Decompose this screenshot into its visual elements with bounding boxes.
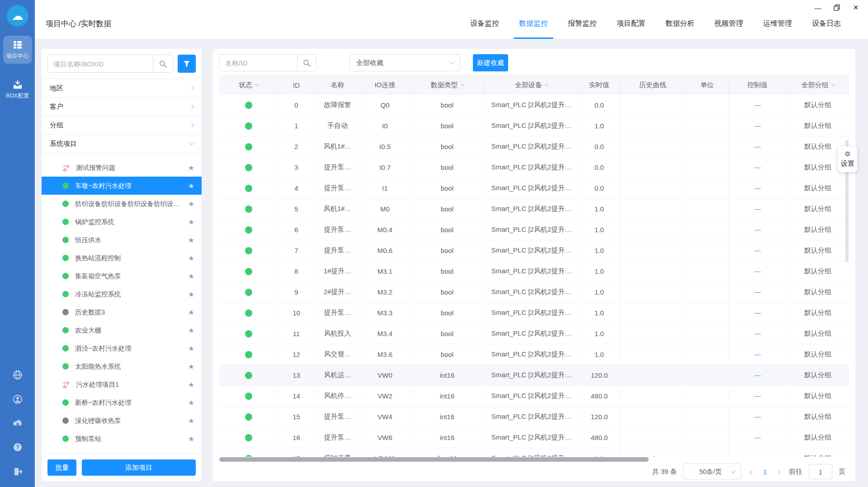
table-row[interactable]: 14风机停…VW2int16Smart_PLC [2风机2提升…480.0---… — [219, 386, 849, 407]
nav-tab-3[interactable]: 项目配置 — [617, 8, 646, 39]
column-header-5[interactable]: 全部设备 — [485, 75, 579, 95]
project-item[interactable]: 污水处理项目1★ — [42, 375, 202, 393]
control-value-cell[interactable]: --- — [729, 386, 787, 406]
project-item[interactable]: 锅炉监控系统★ — [42, 213, 202, 231]
favorite-star-icon[interactable]: ★ — [188, 398, 194, 407]
filter-section-3[interactable]: 系统项目 — [42, 135, 202, 153]
tag-search-button[interactable] — [297, 55, 316, 71]
table-row[interactable]: 92#提升…M3.2boolSmart_PLC [2风机2提升…1.0---默认… — [219, 282, 849, 303]
nav-tab-1[interactable]: 数据监控 — [519, 8, 548, 39]
control-value-cell[interactable]: --- — [729, 365, 787, 385]
project-item[interactable]: 历史数据3★ — [42, 303, 202, 321]
control-value-cell[interactable]: --- — [729, 157, 787, 178]
favorites-select[interactable]: 全部收藏 — [349, 54, 460, 71]
table-row[interactable]: 7提升泵…M0.6boolSmart_PLC [2风机2提升…1.0---默认分… — [219, 240, 849, 261]
project-search-input[interactable] — [48, 55, 153, 72]
nav-tab-6[interactable]: 运维管理 — [763, 8, 792, 39]
control-value-cell[interactable]: --- — [729, 303, 787, 323]
favorite-star-icon[interactable]: ★ — [188, 254, 194, 262]
project-item[interactable]: 溴化锂吸收热泵★ — [42, 412, 202, 430]
table-row[interactable]: 4提升泵…I1boolSmart_PLC [2风机2提升…0.0---默认分组 — [219, 178, 849, 199]
project-item[interactable]: 纺织设备纺织设备纺织设备纺织设备纺织设备★ — [42, 195, 202, 213]
project-item[interactable]: 新桥~农村污水处理★ — [42, 393, 202, 412]
help-icon[interactable]: ? — [12, 442, 23, 454]
nav-tab-2[interactable]: 报警监控 — [568, 8, 597, 39]
column-header-4[interactable]: 数据类型 — [410, 75, 485, 95]
favorite-star-icon[interactable]: ★ — [188, 272, 194, 281]
project-item[interactable]: 测试报警问题★ — [42, 159, 202, 177]
project-item[interactable]: 冷冻站监控系统★ — [42, 285, 202, 303]
table-row[interactable]: 5风机1#…M0boolSmart_PLC [2风机2提升…1.0---默认分组 — [219, 199, 849, 220]
logout-icon[interactable] — [12, 466, 23, 479]
table-row[interactable]: 16提升泵…VW6int16Smart_PLC [2风机2提升…480.0---… — [219, 427, 849, 448]
column-header-0[interactable]: 状态 — [219, 75, 278, 95]
page-size-select[interactable]: 50条/页 — [683, 464, 741, 480]
user-icon[interactable] — [12, 394, 23, 407]
column-header-10[interactable]: 全部分组 — [787, 75, 849, 95]
project-item[interactable]: 恒压供水★ — [42, 231, 202, 249]
table-row[interactable]: 12风交替…M3.6boolSmart_PLC [2风机2提升…1.0---默认… — [219, 344, 849, 365]
new-favorite-button[interactable]: 新建收藏 — [473, 54, 508, 71]
favorite-star-icon[interactable]: ★ — [188, 344, 194, 353]
favorite-star-icon[interactable]: ★ — [188, 362, 194, 371]
control-value-cell[interactable]: --- — [729, 136, 787, 157]
nav-tab-7[interactable]: 设备日志 — [812, 8, 841, 39]
project-item[interactable]: 车墩~农村污水处理★ — [42, 177, 202, 195]
project-item[interactable]: 集装箱空气热泵★ — [42, 267, 202, 285]
favorite-star-icon[interactable]: ★ — [188, 164, 194, 172]
control-value-cell[interactable]: --- — [729, 323, 787, 344]
project-item[interactable]: 泗泾~农村污水处理★ — [42, 339, 202, 357]
batch-button[interactable]: 批量 — [47, 459, 76, 476]
next-page-button[interactable]: › — [776, 467, 783, 477]
control-value-cell[interactable]: --- — [729, 116, 787, 136]
table-row[interactable]: 1手自动I0boolSmart_PLC [2风机2提升…1.0---默认分组 — [219, 116, 849, 136]
table-row[interactable]: 15提升泵…VW4int16Smart_PLC [2风机2提升…120.0---… — [219, 407, 849, 427]
favorite-star-icon[interactable]: ★ — [188, 290, 194, 299]
scrollbar-thumb[interactable] — [219, 457, 649, 462]
project-item[interactable]: 太阳能热水系统★ — [42, 357, 202, 375]
project-item[interactable]: 换热站流程控制★ — [42, 249, 202, 267]
control-value-cell[interactable]: --- — [729, 282, 787, 302]
control-value-cell[interactable]: --- — [729, 95, 787, 115]
control-value-cell[interactable]: --- — [729, 344, 787, 365]
table-row[interactable]: 6提升泵…M0.4boolSmart_PLC [2风机2提升…1.0---默认分… — [219, 220, 849, 240]
control-value-cell[interactable]: --- — [729, 178, 787, 198]
prev-page-button[interactable]: ‹ — [747, 467, 754, 477]
favorite-star-icon[interactable]: ★ — [188, 182, 194, 190]
project-item[interactable]: 预制泵站★ — [42, 430, 202, 448]
nav-tab-0[interactable]: 设备监控 — [470, 8, 499, 39]
control-value-cell[interactable]: --- — [729, 240, 787, 261]
favorite-star-icon[interactable]: ★ — [188, 218, 194, 226]
add-project-button[interactable]: 添加项目 — [82, 459, 196, 476]
filter-section-0[interactable]: 地区 — [42, 79, 202, 98]
favorite-star-icon[interactable]: ★ — [188, 200, 194, 208]
project-filter-button[interactable] — [178, 55, 196, 73]
favorite-star-icon[interactable]: ★ — [188, 380, 194, 389]
current-page[interactable]: 1 — [760, 468, 769, 476]
control-value-cell[interactable]: --- — [729, 427, 787, 448]
nav-tab-4[interactable]: 数据分析 — [665, 8, 694, 39]
table-row[interactable]: 0故障报警Q0boolSmart_PLC [2风机2提升…0.0---默认分组 — [219, 95, 849, 116]
goto-page-input[interactable] — [809, 464, 832, 479]
horizontal-scrollbar[interactable] — [219, 457, 849, 462]
tag-search-input[interactable] — [220, 55, 297, 71]
favorite-star-icon[interactable]: ★ — [188, 417, 194, 425]
control-value-cell[interactable]: --- — [729, 220, 787, 240]
project-item[interactable]: 农业大棚★ — [42, 321, 202, 339]
filter-section-1[interactable]: 客户 — [42, 98, 202, 116]
control-value-cell[interactable]: --- — [729, 199, 787, 219]
favorite-star-icon[interactable]: ★ — [188, 236, 194, 244]
filter-section-2[interactable]: 分组 — [42, 116, 202, 135]
table-row[interactable]: 2风机1#…I0.5boolSmart_PLC [2风机2提升…0.0---默认… — [219, 136, 849, 157]
table-row[interactable]: 11风机投入M3.4boolSmart_PLC [2风机2提升…1.0---默认… — [219, 323, 849, 344]
favorite-star-icon[interactable]: ★ — [188, 308, 194, 317]
nav-tab-5[interactable]: 视频管理 — [714, 8, 743, 39]
sidebar-item-project-center[interactable]: 项目中心 — [3, 36, 32, 64]
favorite-star-icon[interactable]: ★ — [188, 435, 194, 443]
settings-button[interactable]: ⚙ 设置 — [838, 146, 857, 172]
table-row[interactable]: 10提升泵…M3.3boolSmart_PLC [2风机2提升…1.0---默认… — [219, 303, 849, 323]
favorite-star-icon[interactable]: ★ — [188, 326, 194, 335]
globe-icon[interactable] — [12, 370, 23, 382]
control-value-cell[interactable]: --- — [729, 261, 787, 281]
table-row[interactable]: 13风机运…VW0int16Smart_PLC [2风机2提升…120.0---… — [219, 365, 849, 386]
